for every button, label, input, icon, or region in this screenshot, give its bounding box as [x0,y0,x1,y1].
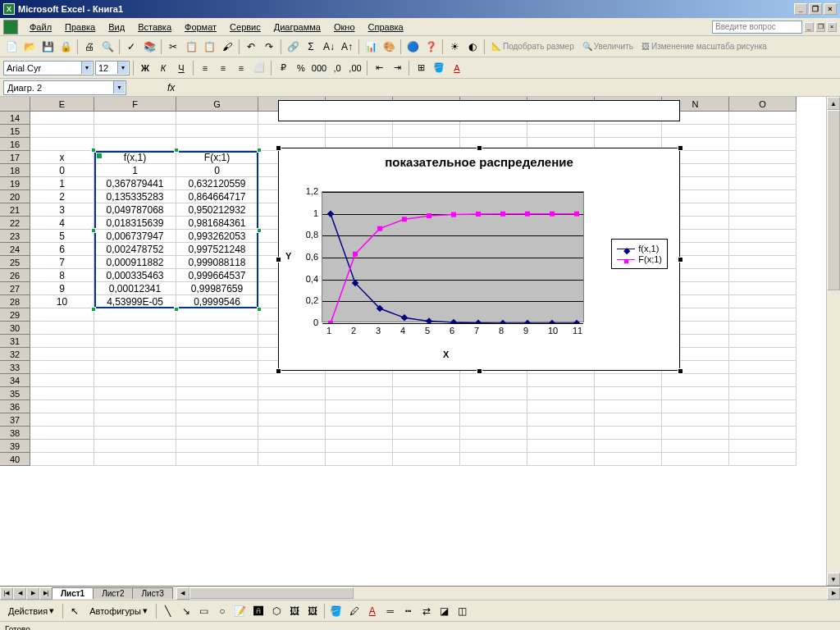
cell[interactable] [595,440,662,453]
selection-handle[interactable] [257,228,262,233]
cell[interactable]: x [30,151,94,164]
cell[interactable] [460,374,527,387]
select-all-corner[interactable] [0,97,30,112]
minimize-button[interactable]: _ [794,3,807,15]
cell[interactable] [94,400,176,413]
cell[interactable] [94,348,176,361]
cell[interactable] [595,125,662,138]
cell[interactable]: 0,006737947 [94,230,176,243]
cell[interactable] [30,361,94,374]
cell[interactable]: 0,9999546 [176,295,258,308]
cell[interactable]: 9 [30,282,94,295]
doc-minimize[interactable]: _ [804,22,814,32]
cell[interactable]: 5 [30,230,94,243]
cell[interactable] [729,269,797,282]
row-header[interactable]: 14 [0,112,30,125]
cell[interactable] [729,243,797,256]
comma-icon[interactable]: 000 [311,60,327,76]
cell[interactable] [662,427,729,440]
menu-file[interactable]: Файл [23,21,58,34]
cell[interactable] [326,427,393,440]
cell[interactable] [662,387,729,400]
selection-handle[interactable] [91,148,96,153]
cell[interactable] [460,400,527,413]
cell[interactable]: 4 [30,217,94,230]
doc-close[interactable]: × [827,22,837,32]
row-header[interactable]: 21 [0,203,30,217]
cell[interactable] [393,374,460,387]
cell[interactable] [30,322,94,335]
currency-icon[interactable]: ₽ [275,60,291,76]
row-header[interactable]: 36 [0,400,30,413]
cell[interactable] [729,217,797,230]
cell[interactable] [527,440,595,453]
menu-edit[interactable]: Правка [58,21,102,34]
cell[interactable] [176,138,258,151]
dec-decimal-icon[interactable]: ,00 [347,60,363,76]
cell[interactable] [729,190,797,203]
cell[interactable] [729,112,797,125]
cell[interactable] [729,361,797,374]
cell[interactable] [30,112,94,125]
cell[interactable] [729,203,797,217]
close-button[interactable]: × [824,3,837,15]
chart-handle[interactable] [678,257,683,262]
cell[interactable] [326,374,393,387]
cell[interactable] [176,308,258,322]
menu-window[interactable]: Окно [327,21,362,34]
hscroll-thumb[interactable] [189,587,354,599]
cell[interactable] [94,322,176,335]
bold-icon[interactable]: Ж [137,60,153,76]
selection-handle[interactable] [174,307,179,312]
row-header[interactable]: 28 [0,295,30,308]
cell[interactable]: f(x,1) [94,151,176,164]
cell[interactable] [393,413,460,427]
cell[interactable] [729,335,797,348]
cell[interactable] [527,374,595,387]
diagram-icon[interactable]: ⬡ [268,603,285,619]
menu-help[interactable]: Справка [362,21,410,34]
inc-decimal-icon[interactable]: ,0 [329,60,345,76]
cell[interactable] [729,348,797,361]
tab-nav-last[interactable]: ▶| [39,587,52,600]
cell[interactable] [94,125,176,138]
borders-icon[interactable]: ⊞ [413,60,429,76]
cell[interactable]: 3 [30,203,94,217]
copy-icon[interactable]: 📋 [183,39,199,55]
cell[interactable] [662,453,729,466]
cell[interactable] [176,361,258,374]
cell[interactable]: 0,993262053 [176,230,258,243]
row-header[interactable]: 26 [0,269,30,282]
cell[interactable] [460,440,527,453]
row-header[interactable]: 37 [0,413,30,427]
cell[interactable]: 1 [30,177,94,190]
cell[interactable]: 6 [30,243,94,256]
doc-restore[interactable]: ❐ [815,22,825,32]
cell[interactable] [326,125,393,138]
cell[interactable] [30,440,94,453]
sheet-tab-2[interactable]: Лист2 [93,587,133,599]
cell[interactable] [176,427,258,440]
cell[interactable] [176,125,258,138]
row-header[interactable]: 30 [0,322,30,335]
row-header[interactable]: 39 [0,440,30,453]
cell[interactable] [176,413,258,427]
menu-chart[interactable]: Диаграмма [267,21,327,34]
cell[interactable] [30,427,94,440]
font-color-icon[interactable]: А [449,60,465,76]
cell[interactable] [595,427,662,440]
cell[interactable]: 0,367879441 [94,177,176,190]
cell[interactable] [729,427,797,440]
selection-handle[interactable] [257,307,262,312]
cell[interactable] [326,453,393,466]
cell[interactable] [30,374,94,387]
cell[interactable] [460,125,527,138]
cell[interactable] [176,400,258,413]
cell[interactable] [258,125,326,138]
cell[interactable] [393,400,460,413]
row-header[interactable]: 34 [0,374,30,387]
cell[interactable] [94,112,176,125]
selection-handle[interactable] [257,148,262,153]
cut-icon[interactable]: ✂ [165,39,181,55]
cell[interactable] [326,413,393,427]
